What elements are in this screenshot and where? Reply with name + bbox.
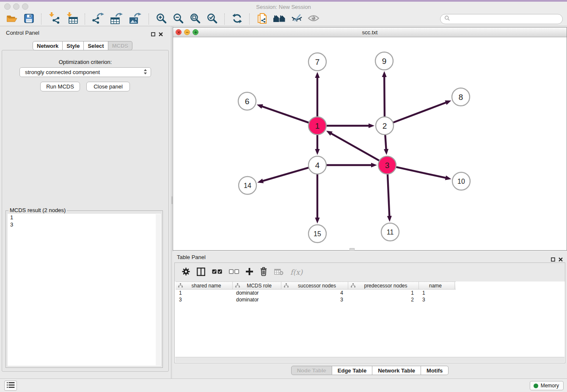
show-button[interactable]: [307, 13, 320, 25]
tab-network[interactable]: Network: [33, 41, 63, 50]
column-header-shared-name[interactable]: shared name: [176, 282, 233, 289]
network-canvas[interactable]: 1234678910111415: [173, 37, 567, 250]
tab-motifs[interactable]: Motifs: [421, 366, 449, 375]
network-file-button[interactable]: [255, 13, 269, 25]
zoom-fit-button[interactable]: [188, 13, 202, 25]
close-panel-icon[interactable]: [159, 30, 163, 38]
tab-select[interactable]: Select: [84, 41, 108, 50]
toolbar-separator: [249, 14, 250, 25]
edge-3-11[interactable]: [387, 174, 392, 222]
search-input[interactable]: [453, 16, 559, 22]
cell-name[interactable]: 3: [419, 296, 455, 303]
deselect-all-columns-button[interactable]: [229, 269, 239, 276]
tab-style[interactable]: Style: [63, 41, 84, 50]
export-table-button[interactable]: [109, 13, 124, 25]
import-network-button[interactable]: [47, 13, 61, 25]
edge-1-7[interactable]: [315, 72, 319, 116]
cell-successor-nodes[interactable]: 4: [281, 290, 348, 296]
close-panel-button[interactable]: Close panel: [86, 82, 130, 91]
zoom-out-button[interactable]: [171, 13, 185, 25]
edge-2-3[interactable]: [384, 135, 388, 155]
graph-node-10[interactable]: 10: [452, 172, 470, 190]
column-header-name[interactable]: name: [419, 282, 455, 289]
edge-4-3[interactable]: [327, 163, 377, 167]
graph-node-15[interactable]: 15: [308, 225, 326, 243]
table-row[interactable]: 3dominator323: [176, 296, 456, 303]
cell-predecessor-nodes[interactable]: 1: [348, 290, 419, 296]
graph-node-9[interactable]: 9: [375, 52, 393, 70]
open-session-button[interactable]: [5, 13, 19, 25]
edge-4-14[interactable]: [257, 168, 308, 183]
cell-name[interactable]: 1: [419, 290, 455, 296]
task-history-button[interactable]: [4, 381, 17, 391]
select-all-columns-button[interactable]: [212, 269, 222, 276]
network-window-titlebar[interactable]: scc.txt: [173, 28, 567, 37]
table-header-row: shared nameMCDS rolesuccessor nodesprede…: [176, 282, 456, 290]
svg-text:7: 7: [315, 58, 320, 66]
column-header-predecessor-nodes[interactable]: predecessor nodes: [348, 282, 419, 289]
graph-node-6[interactable]: 6: [238, 92, 256, 110]
horizontal-splitter-handle[interactable]: [350, 248, 355, 251]
graph-node-14[interactable]: 14: [239, 177, 256, 194]
run-mcds-button[interactable]: Run MCDS: [40, 82, 80, 91]
zoom-selected-button[interactable]: [205, 13, 219, 25]
edge-1-4[interactable]: [315, 135, 319, 155]
hide-button[interactable]: [290, 13, 303, 25]
graph-node-11[interactable]: 11: [381, 223, 399, 241]
criterion-select[interactable]: strongly connected component: [19, 67, 151, 77]
import-table-button[interactable]: [65, 13, 79, 25]
cell-predecessor-nodes[interactable]: 2: [348, 296, 419, 303]
table-settings-button[interactable]: [182, 268, 190, 277]
edge-2-8[interactable]: [394, 100, 451, 122]
edge-2-9[interactable]: [382, 71, 387, 116]
mcds-result-list[interactable]: 13: [8, 214, 161, 366]
save-session-button[interactable]: [22, 13, 36, 25]
edge-4-15[interactable]: [315, 174, 319, 224]
edge-3-1[interactable]: [326, 131, 379, 160]
tab-mcds[interactable]: MCDS: [108, 41, 132, 50]
tab-node-table[interactable]: Node Table: [291, 366, 332, 375]
column-header-MCDS-role[interactable]: MCDS role: [233, 282, 281, 289]
table-hscrollbar[interactable]: [175, 357, 564, 362]
cell-MCDS-role[interactable]: dominator: [233, 290, 281, 296]
tab-network-table[interactable]: Network Table: [372, 366, 421, 375]
memory-button[interactable]: Memory: [530, 381, 564, 390]
cell-MCDS-role[interactable]: dominator: [233, 296, 281, 303]
graph-node-3[interactable]: 3: [378, 156, 396, 174]
network-title: scc.txt: [173, 29, 567, 36]
edge-1-2[interactable]: [327, 123, 374, 128]
table-row[interactable]: 1dominator411: [176, 290, 456, 296]
graph-node-8[interactable]: 8: [452, 88, 470, 106]
toggle-panel-button[interactable]: [197, 268, 205, 277]
mcds-panel: Optimization criterion: strongly connect…: [2, 50, 169, 372]
column-header-successor-nodes[interactable]: successor nodes: [281, 282, 348, 289]
tab-edge-table[interactable]: Edge Table: [332, 366, 372, 375]
graph-node-7[interactable]: 7: [308, 53, 326, 71]
home-layout-button[interactable]: [272, 13, 286, 25]
control-panel-title: Control Panel: [6, 30, 39, 36]
cell-shared-name[interactable]: 3: [176, 296, 233, 303]
search-box[interactable]: [440, 14, 563, 24]
graph-node-2[interactable]: 2: [376, 117, 394, 135]
svg-text:3: 3: [385, 161, 390, 170]
svg-text:11: 11: [387, 229, 394, 236]
edge-3-10[interactable]: [396, 167, 451, 180]
add-column-button[interactable]: [246, 268, 253, 276]
graph-node-4[interactable]: 4: [308, 156, 326, 174]
criterion-value: strongly connected component: [25, 69, 143, 75]
result-scrollbar[interactable]: [156, 214, 160, 365]
folder-icon: [6, 14, 18, 25]
memory-status-icon: [534, 384, 538, 388]
export-network-button[interactable]: [91, 13, 106, 25]
cell-successor-nodes[interactable]: 3: [281, 296, 348, 303]
delete-column-button[interactable]: [260, 267, 267, 277]
svg-text:4: 4: [315, 161, 320, 170]
graph-node-1[interactable]: 1: [308, 117, 326, 135]
export-image-button[interactable]: [128, 13, 143, 25]
refresh-button[interactable]: [230, 13, 244, 25]
edge-1-6[interactable]: [257, 104, 309, 123]
zoom-in-button[interactable]: [154, 13, 168, 25]
float-panel-icon[interactable]: [151, 30, 155, 38]
cell-shared-name[interactable]: 1: [176, 290, 233, 296]
columns-icon: [197, 268, 205, 277]
